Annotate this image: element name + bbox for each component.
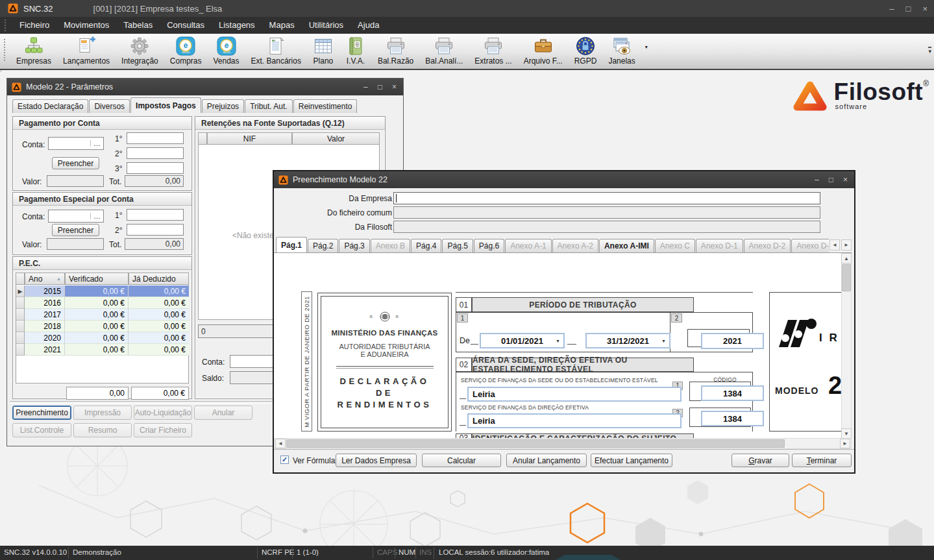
tab-pag2[interactable]: Pág.2 <box>308 239 338 252</box>
menubar-grip[interactable] <box>5 19 8 31</box>
menu-utilitarios[interactable]: Utilitários <box>302 17 350 34</box>
efectuar-lancamento-button[interactable]: Efectuar Lançamento <box>591 454 672 467</box>
parametros-maximize-button[interactable]: □ <box>378 82 382 91</box>
tabs-scroll-left-button[interactable]: ◄ <box>830 239 840 250</box>
codigo1-input[interactable]: 1384 <box>701 385 764 401</box>
pe-2-input[interactable] <box>127 224 184 236</box>
pec-total-deduzido: 0,00 € <box>131 387 189 400</box>
menu-ajuda[interactable]: Ajuda <box>350 17 386 34</box>
terminar-button[interactable]: Terminar <box>792 454 852 467</box>
tab-prejuizos[interactable]: Prejuizos <box>202 99 244 113</box>
ppc-conta-input[interactable]: … <box>48 137 104 150</box>
tabs-scroll-right-button[interactable]: ► <box>841 239 852 250</box>
menu-ficheiro[interactable]: Ficheiro <box>12 17 56 34</box>
filosoft-brand-logo: Filosoft® software <box>791 79 929 113</box>
da-filosoft-label: Da Filosoft <box>355 223 392 232</box>
toolbar-compras-button[interactable]: e fatura Compras <box>164 34 208 66</box>
scroll-up-button[interactable]: ▲ <box>841 253 852 263</box>
parametros-minimize-button[interactable]: – <box>363 82 368 91</box>
brand-name: Filosoft <box>834 79 924 105</box>
pe-conta-lookup-button[interactable]: … <box>90 213 101 219</box>
app-titlebar[interactable]: SNC.32 [001] [2021] Empresa testes_ Elsa… <box>0 0 934 17</box>
ret-header-nif[interactable]: NIF <box>207 132 292 145</box>
toolbar-ext-bancarios-button[interactable]: Ext. Bancários <box>245 34 307 66</box>
ppc-conta-lookup-button[interactable]: … <box>90 140 101 147</box>
toolbar-rgpd-button[interactable]: RGPD <box>569 34 603 66</box>
tab-pag3[interactable]: Pág.3 <box>339 239 369 252</box>
pe-1-input[interactable] <box>127 209 184 221</box>
servico-direcao-input[interactable]: Leiria <box>467 413 682 428</box>
tab-pag6[interactable]: Pág.6 <box>474 239 504 252</box>
toolbar-vendas-button[interactable]: e fatura Vendas <box>207 34 245 66</box>
preenchimento-minimize-button[interactable]: – <box>815 175 819 184</box>
preenchimento-button[interactable]: Preenchimento <box>12 406 71 420</box>
da-empresa-input[interactable] <box>393 192 820 204</box>
decor-hexagon-dark <box>556 555 621 560</box>
scroll-left-button[interactable]: ◄ <box>275 439 286 448</box>
toolbar-arquivo-button[interactable]: Arquivo F... <box>518 34 569 66</box>
toolbar-overflow-button[interactable]: ▾ <box>928 47 931 54</box>
toolbar-janelas-button[interactable]: Janelas <box>602 34 641 66</box>
ppc-preencher-button[interactable]: Preencher <box>52 157 99 169</box>
status-record-counter: 1 (1-0) <box>297 548 319 556</box>
tab-impostos-pagos[interactable]: Impostos Pagos <box>130 97 201 113</box>
toolbar-extratos-button[interactable]: Extratos ... <box>469 34 517 66</box>
tab-estado-declaracao[interactable]: Estado Declaração <box>12 99 88 113</box>
preenchimento-close-button[interactable]: × <box>843 175 848 184</box>
tab-pag1[interactable]: Pág.1 <box>276 237 307 252</box>
gravar-button[interactable]: Gravar <box>731 454 789 467</box>
parametros-close-button[interactable]: × <box>392 82 397 91</box>
app-minimize-button[interactable]: – <box>889 4 894 14</box>
toolbar-plano-button[interactable]: Plano <box>307 34 339 66</box>
menu-tabelas[interactable]: Tabelas <box>116 17 160 34</box>
pe-conta-input[interactable]: … <box>48 210 104 223</box>
menu-listagens[interactable]: Listagens <box>212 17 262 34</box>
toolbar-lancamentos-button[interactable]: Lançamentos <box>57 34 116 66</box>
date-from-combo[interactable]: 01/01/2021 ▼ <box>480 333 565 348</box>
codigo2-input[interactable]: 1384 <box>701 411 764 426</box>
toolbar-integracao-button[interactable]: Integração <box>116 34 164 66</box>
toolbar-bal-razao-button[interactable]: Bal.Razão <box>372 34 419 66</box>
toolbar-iva-button[interactable]: θ I.V.A. <box>339 34 372 66</box>
toolbar-grip[interactable] <box>4 39 8 61</box>
parametros-titlebar[interactable]: Modelo 22 - Parâmetros – □ × <box>7 79 403 95</box>
pec-header-ano[interactable]: Ano ▲ <box>25 273 65 285</box>
toolbar-bal-analitico-button[interactable]: Bal.Analí... <box>419 34 469 66</box>
ppc-1-input[interactable] <box>127 132 184 144</box>
emblem-left-mark: R. <box>370 315 374 319</box>
janelas-dropdown-arrow[interactable]: ▾ <box>641 44 652 50</box>
toolbar-empresas-button[interactable]: Empresas <box>10 34 57 66</box>
pec-header-deduzido[interactable]: Já Deduzido <box>129 273 189 285</box>
tab-tribut-aut[interactable]: Tribut. Aut. <box>245 99 293 113</box>
ppc-2-input[interactable] <box>127 147 184 159</box>
pec-header-verificado[interactable]: Verificado <box>65 273 129 285</box>
ppc-3-input[interactable] <box>127 162 184 174</box>
horizontal-scroll-thumb[interactable] <box>286 439 785 448</box>
tab-diversos[interactable]: Diversos <box>89 99 130 113</box>
scroll-down-button[interactable]: ▼ <box>841 428 852 439</box>
tab-pag5[interactable]: Pág.5 <box>442 239 473 252</box>
tab-pag4[interactable]: Pág.4 <box>411 239 441 252</box>
date-to-combo[interactable]: 31/12/2021 ▼ <box>585 333 670 348</box>
section01-title: PERÍODO DE TRIBUTAÇÃO <box>472 297 694 312</box>
svg-text:θ: θ <box>356 42 359 48</box>
preenchimento-maximize-button[interactable]: □ <box>829 175 833 184</box>
vertical-scroll-thumb[interactable] <box>842 264 851 291</box>
menu-consultas[interactable]: Consultas <box>160 17 212 34</box>
app-maximize-button[interactable]: □ <box>906 4 911 14</box>
menu-movimentos[interactable]: Movimentos <box>56 17 116 34</box>
calcular-button[interactable]: Calcular <box>422 454 501 467</box>
pe-preencher-button[interactable]: Preencher <box>52 224 99 236</box>
tab-reinvestimento[interactable]: Reinvestimento <box>293 99 358 113</box>
ret-header-valor[interactable]: Valor <box>292 132 380 145</box>
ver-formulas-checkbox[interactable]: ✓ <box>280 456 289 464</box>
anular-lancamento-button[interactable]: Anular Lançamento <box>506 454 587 467</box>
scroll-right-button[interactable]: ► <box>840 439 850 448</box>
servico-sede-input[interactable]: Leiria <box>467 387 682 402</box>
menu-mapas[interactable]: Mapas <box>262 17 302 34</box>
year-input[interactable]: 2021 <box>701 333 764 349</box>
preenchimento-titlebar[interactable]: Preenchimento Modelo 22 – □ × <box>274 171 854 188</box>
app-close-button[interactable]: × <box>922 4 928 14</box>
ler-dados-empresa-button[interactable]: Ler Dados Empresa <box>336 454 417 467</box>
tab-anexo-a-imi[interactable]: Anexo A-IMI <box>599 239 654 252</box>
